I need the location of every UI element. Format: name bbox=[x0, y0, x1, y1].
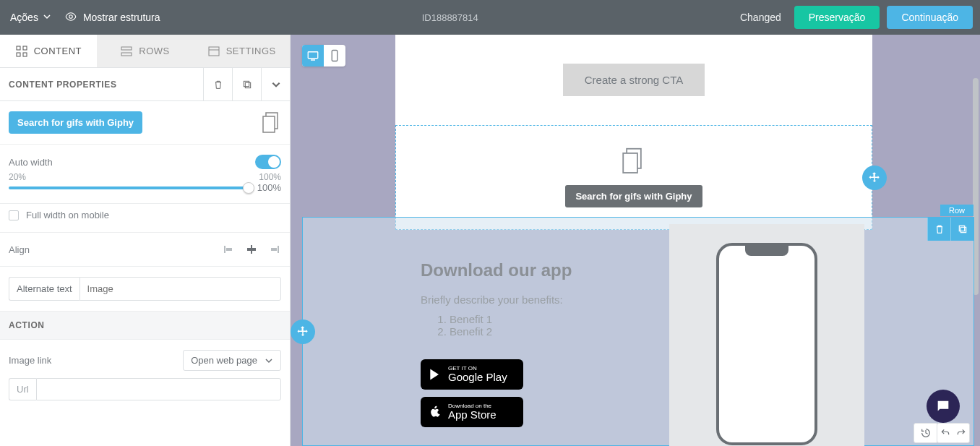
row-duplicate-button[interactable] bbox=[950, 218, 973, 241]
duplicate-button[interactable] bbox=[232, 68, 261, 101]
svg-rect-23 bbox=[960, 227, 966, 232]
email-stage: Create a strong CTA Search for gifs with… bbox=[395, 35, 872, 230]
phone-mockup bbox=[716, 243, 817, 445]
svg-rect-22 bbox=[623, 153, 637, 173]
as-big-text: App Store bbox=[448, 409, 497, 421]
show-structure-toggle[interactable]: Mostrar estrutura bbox=[64, 10, 160, 25]
slider-thumb[interactable] bbox=[243, 182, 254, 194]
move-handle[interactable] bbox=[862, 166, 887, 190]
cta-button[interactable]: Create a strong CTA bbox=[563, 64, 705, 96]
gp-big-text: Google Play bbox=[448, 372, 507, 384]
benefit-item: Benefit 1 bbox=[450, 313, 648, 325]
redo-button[interactable] bbox=[953, 424, 969, 442]
chat-fab[interactable] bbox=[927, 390, 960, 423]
actions-label: Ações bbox=[10, 12, 38, 23]
tab-settings[interactable]: SETTINGS bbox=[193, 35, 290, 67]
row-move-handle[interactable] bbox=[291, 320, 315, 344]
svg-rect-6 bbox=[209, 47, 219, 56]
svg-rect-18 bbox=[308, 52, 318, 59]
grid-icon bbox=[15, 45, 28, 58]
svg-rect-8 bbox=[245, 82, 250, 87]
svg-rect-13 bbox=[226, 248, 232, 251]
slider-min: 20% bbox=[9, 172, 26, 182]
svg-rect-17 bbox=[271, 248, 277, 251]
giphy-search-canvas-button[interactable]: Search for gifs with Giphy bbox=[565, 185, 702, 207]
app-download-section: Download our app Briefly describe your b… bbox=[406, 224, 864, 446]
image-link-label: Image link bbox=[9, 355, 51, 366]
full-width-mobile-label: Full width on mobile bbox=[26, 210, 109, 220]
align-center-button[interactable] bbox=[244, 243, 259, 256]
url-input[interactable] bbox=[36, 378, 281, 400]
tab-rows-label: ROWS bbox=[139, 46, 169, 56]
document-icon bbox=[262, 112, 281, 134]
rows-icon bbox=[120, 45, 133, 58]
full-width-mobile-checkbox[interactable] bbox=[9, 210, 19, 220]
svg-rect-4 bbox=[121, 47, 132, 50]
tab-content-label: CONTENT bbox=[34, 46, 82, 56]
show-structure-label: Mostrar estrutura bbox=[83, 12, 160, 23]
actions-menu[interactable]: Ações bbox=[10, 12, 51, 23]
svg-rect-20 bbox=[332, 51, 338, 61]
svg-rect-2 bbox=[17, 53, 20, 56]
sidebar: CONTENT ROWS SETTINGS CONTENT PROPERTIES bbox=[0, 35, 291, 446]
status-label: Changed bbox=[740, 12, 781, 23]
slider-value: 100% bbox=[257, 182, 281, 193]
svg-rect-5 bbox=[121, 53, 132, 56]
link-type-value: Open web page bbox=[191, 355, 257, 366]
svg-rect-0 bbox=[17, 46, 20, 50]
settings-icon bbox=[207, 45, 220, 58]
url-prefix: Url bbox=[9, 378, 36, 400]
link-type-select[interactable]: Open web page bbox=[183, 350, 281, 371]
giphy-search-button[interactable]: Search for gifs with Giphy bbox=[9, 111, 142, 134]
app-title: Download our app bbox=[421, 260, 648, 280]
selected-content-block[interactable]: Search for gifs with Giphy bbox=[395, 125, 872, 230]
benefit-item: Benefit 2 bbox=[450, 325, 648, 338]
panel-title: CONTENT PROPERTIES bbox=[0, 80, 203, 90]
svg-rect-1 bbox=[23, 46, 27, 50]
collapse-button[interactable] bbox=[261, 68, 290, 101]
align-left-button[interactable] bbox=[222, 243, 238, 256]
history-button[interactable] bbox=[914, 423, 938, 443]
app-description: Briefly describe your benefits: bbox=[421, 293, 648, 306]
auto-width-label: Auto width bbox=[9, 157, 53, 168]
svg-rect-3 bbox=[23, 53, 27, 56]
tab-content[interactable]: CONTENT bbox=[0, 35, 97, 67]
svg-rect-9 bbox=[244, 81, 249, 86]
desktop-view-button[interactable] bbox=[302, 45, 324, 67]
tab-settings-label: SETTINGS bbox=[226, 46, 276, 56]
delete-button[interactable] bbox=[203, 68, 232, 101]
align-label: Align bbox=[9, 244, 30, 255]
row-tag: Row bbox=[940, 205, 973, 216]
svg-rect-15 bbox=[247, 248, 256, 251]
continue-button[interactable]: Continuação bbox=[887, 6, 973, 29]
preserve-button[interactable]: Preservação bbox=[794, 6, 880, 29]
align-right-button[interactable] bbox=[265, 243, 281, 256]
phone-notch bbox=[745, 246, 788, 256]
auto-width-toggle[interactable] bbox=[255, 155, 281, 169]
action-header: ACTION bbox=[0, 312, 290, 340]
slider-max: 100% bbox=[259, 172, 281, 182]
undo-button[interactable] bbox=[937, 424, 953, 442]
top-bar: Ações Mostrar estrutura ID188887814 Chan… bbox=[0, 0, 980, 35]
svg-rect-11 bbox=[263, 116, 275, 132]
alt-text-input[interactable] bbox=[79, 277, 281, 301]
width-slider[interactable] bbox=[9, 186, 249, 189]
document-id: ID188887814 bbox=[160, 12, 740, 23]
canvas: Create a strong CTA Search for gifs with… bbox=[291, 35, 980, 446]
google-play-button[interactable]: GET IT ON Google Play bbox=[421, 359, 523, 390]
app-store-button[interactable]: Download on the App Store bbox=[421, 397, 523, 427]
phone-mockup-column bbox=[669, 224, 864, 446]
row-delete-button[interactable] bbox=[927, 218, 950, 241]
mobile-view-button[interactable] bbox=[324, 45, 345, 67]
alt-text-label: Alternate text bbox=[9, 277, 79, 301]
eye-icon bbox=[64, 10, 77, 25]
chevron-down-icon bbox=[43, 12, 51, 23]
tab-rows[interactable]: ROWS bbox=[97, 35, 194, 67]
svg-rect-24 bbox=[959, 226, 964, 231]
document-icon bbox=[622, 147, 645, 175]
